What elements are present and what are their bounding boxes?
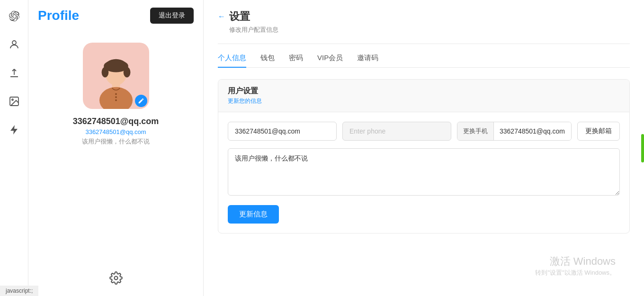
page-header: ← 设置 — [218, 9, 630, 24]
settings-card-title: 用户设置 — [228, 86, 620, 96]
fields-row-top: 更换手机 更换邮箱 — [228, 122, 620, 141]
left-panel: Profile 退出登录 — [28, 0, 204, 296]
phone-field[interactable] — [342, 122, 451, 141]
openai-logo-icon[interactable] — [6, 8, 23, 25]
logout-button[interactable]: 退出登录 — [150, 8, 194, 24]
svg-point-7 — [123, 67, 130, 77]
phone-group-label: 更换手机 — [457, 122, 494, 140]
page-title: 设置 — [229, 9, 250, 24]
page-subtitle: 修改用户配置信息 — [218, 26, 630, 34]
avatar-section: 3362748501@qq.com 3362748501@qq.com 该用户很… — [38, 43, 194, 146]
svg-point-2 — [12, 99, 13, 100]
tab-password[interactable]: 密码 — [289, 54, 303, 67]
phone-change-group: 更换手机 — [457, 122, 572, 141]
tabs-bar: 个人信息 钱包 密码 VIP会员 邀请码 — [218, 54, 630, 68]
profile-title: Profile — [38, 8, 79, 23]
user-bio: 该用户很懒，什么都不说 — [82, 137, 150, 146]
image-icon[interactable] — [6, 93, 23, 110]
person-icon[interactable] — [6, 36, 23, 53]
avatar-edit-badge[interactable] — [135, 95, 147, 107]
status-bar: javascript:; — [0, 286, 38, 296]
phone-group-input[interactable] — [494, 122, 572, 140]
user-email-sub: 3362748501@qq.com — [85, 128, 146, 135]
main-content: ← 设置 修改用户配置信息 个人信息 钱包 密码 VIP会员 邀请码 用户设置 … — [204, 0, 644, 296]
user-email-main: 3362748501@qq.com — [73, 117, 159, 126]
settings-card-header: 用户设置 更新您的信息 — [218, 80, 629, 112]
svg-point-12 — [115, 99, 117, 101]
sidebar-bottom — [38, 271, 194, 296]
settings-card: 用户设置 更新您的信息 更换手机 更换邮箱 该用户很懒，什么都不说 更新信息 — [218, 79, 630, 233]
svg-point-6 — [101, 67, 108, 77]
tab-personal-info[interactable]: 个人信息 — [218, 54, 246, 67]
status-bar-text: javascript:; — [6, 287, 33, 294]
update-info-button[interactable]: 更新信息 — [228, 205, 279, 224]
tab-invite-code[interactable]: 邀请码 — [357, 54, 378, 67]
lightning-icon[interactable] — [6, 121, 23, 138]
svg-point-0 — [12, 41, 16, 45]
tab-wallet[interactable]: 钱包 — [260, 54, 275, 67]
svg-point-10 — [115, 93, 117, 95]
change-email-button[interactable]: 更换邮箱 — [577, 122, 620, 141]
left-panel-header: Profile 退出登录 — [38, 0, 194, 33]
email-field[interactable] — [228, 122, 337, 141]
svg-point-11 — [115, 96, 117, 98]
upload-icon[interactable] — [6, 64, 23, 81]
avatar-person-svg — [90, 52, 142, 109]
settings-card-subtitle: 更新您的信息 — [228, 97, 620, 105]
scroll-indicator — [641, 134, 644, 162]
header-divider — [218, 44, 630, 44]
tab-vip[interactable]: VIP会员 — [317, 54, 343, 67]
back-arrow-icon[interactable]: ← — [218, 12, 225, 21]
settings-card-body: 更换手机 更换邮箱 该用户很懒，什么都不说 更新信息 — [218, 112, 629, 233]
settings-gear-icon[interactable] — [109, 271, 123, 287]
svg-point-13 — [114, 277, 117, 280]
bio-textarea[interactable]: 该用户很懒，什么都不说 — [228, 148, 620, 196]
avatar-wrapper — [83, 43, 149, 109]
sidebar-icons — [0, 0, 28, 296]
